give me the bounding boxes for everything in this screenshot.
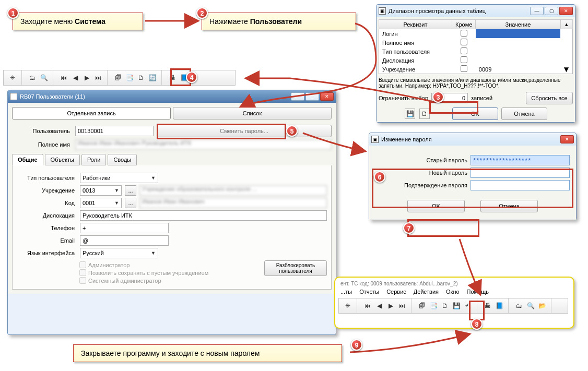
reset-all-button[interactable]: Сбросить все <box>526 92 573 104</box>
phone-input[interactable] <box>80 223 169 233</box>
minimize-button[interactable]: — <box>291 92 304 101</box>
minimize-button[interactable]: — <box>530 7 544 15</box>
book-icon: ▣ <box>10 93 17 100</box>
toolbar-icon[interactable]: 🗂 <box>27 73 38 83</box>
tab-roles[interactable]: Роли <box>81 154 106 165</box>
range-dialog-titlebar[interactable]: ▣ Диапазон просмотра данных таблиц — ▢ ✕ <box>377 5 575 17</box>
callout-1-text: Заходите меню <box>20 17 75 26</box>
marker-3: 3 <box>432 91 444 103</box>
range-row-fullname[interactable]: Полное имя <box>379 38 573 47</box>
col-requisite[interactable]: Реквизит <box>379 20 452 29</box>
users-titlebar[interactable]: ▣ RB07 Пользователи (11) — ▢ ✕ <box>8 90 336 103</box>
toolbar-icon[interactable]: ✳ <box>343 301 353 311</box>
toolbar-icon[interactable]: 🗋 <box>440 301 450 311</box>
lang-combo[interactable]: Русский▼ <box>80 248 158 258</box>
toolbar-icon[interactable]: 🔍 <box>525 301 536 311</box>
marker-2: 2 <box>196 7 208 19</box>
toolbar-icon[interactable]: 📑 <box>428 301 439 311</box>
code-combo[interactable]: 0001▼ <box>80 198 122 208</box>
menu-item[interactable]: Окно <box>446 289 460 295</box>
nav-prev-icon[interactable]: ◀ <box>70 73 80 83</box>
range-row-login[interactable]: Логин <box>379 29 573 39</box>
except-checkbox[interactable] <box>461 65 467 72</box>
toolbar-icon[interactable]: 🗂 <box>514 301 524 311</box>
range-row-institution[interactable]: Учреждение 0009 ⯆ <box>379 65 573 74</box>
book-icon: ▣ <box>371 136 379 143</box>
marker-7: 7 <box>403 222 415 234</box>
menu-item[interactable]: Сервис <box>386 289 406 295</box>
institution-browse-button[interactable]: ... <box>125 185 136 196</box>
tab-reports[interactable]: Своды <box>108 154 137 165</box>
usertype-combo[interactable]: Работники▼ <box>80 173 158 183</box>
toolbar-refresh-icon[interactable]: 🔄 <box>147 73 158 83</box>
toolbar-icon[interactable]: 🗋 <box>136 73 146 83</box>
admin-checkbox[interactable] <box>79 261 86 268</box>
toolbar-icon[interactable]: ✳ <box>7 73 18 83</box>
toolbar-icon[interactable]: 🗐 <box>417 301 427 311</box>
nav-next-icon[interactable]: ▶ <box>385 301 396 311</box>
range-row-usertype[interactable]: Тип пользователя <box>379 47 573 56</box>
range-cell: Логин <box>379 29 452 39</box>
sysadmin-checkbox[interactable] <box>79 277 86 284</box>
allowempty-checkbox[interactable] <box>79 269 86 276</box>
maximize-button[interactable]: ▢ <box>545 7 558 15</box>
menu-item[interactable]: ...ты <box>340 289 352 295</box>
nav-last-icon[interactable]: ⏭ <box>397 301 407 311</box>
email-input[interactable] <box>80 235 169 246</box>
col-value[interactable]: Значение <box>476 20 560 29</box>
col-except[interactable]: Кроме <box>452 20 476 29</box>
user-input[interactable] <box>75 126 154 136</box>
except-checkbox[interactable] <box>461 56 467 63</box>
menu-item[interactable]: Помощь <box>467 289 489 295</box>
nav-last-icon[interactable]: ⏭ <box>93 73 103 83</box>
range-value[interactable] <box>476 29 560 39</box>
save-filter-icon[interactable]: 💾 <box>405 109 415 119</box>
toolbar-icon[interactable]: 🗐 <box>113 73 123 83</box>
menu-item[interactable]: Отчеты <box>359 289 379 295</box>
code-browse-button[interactable]: ... <box>125 198 136 208</box>
single-record-button[interactable]: Отдельная запись <box>12 107 171 119</box>
password-titlebar[interactable]: ▣ Изменение пароля ✕ <box>369 133 576 146</box>
range-cancel-button[interactable]: Отмена <box>501 107 547 120</box>
range-row-location[interactable]: Дислокация <box>379 56 573 65</box>
open-filter-icon[interactable]: 🗋 <box>419 109 430 119</box>
range-dialog-title: Диапазон просмотра данных таблиц <box>389 8 486 14</box>
toolbar-icon[interactable]: 📘 <box>494 301 504 311</box>
old-password-input[interactable] <box>471 155 570 165</box>
range-value[interactable] <box>476 47 560 56</box>
range-hint: Введите символьные значения и/или диапаз… <box>379 77 573 89</box>
save-icon[interactable]: 💾 <box>451 301 462 311</box>
location-label: Дислокация <box>17 212 77 219</box>
callout-9-text: Закрываете программу и заходите с новым … <box>81 349 260 357</box>
nav-first-icon[interactable]: ⏮ <box>362 301 373 311</box>
unlock-user-button[interactable]: Разблокировать пользователя <box>264 260 327 276</box>
list-button[interactable]: Список <box>173 107 332 119</box>
range-value[interactable]: 0009 <box>476 65 560 74</box>
book-icon: ▣ <box>379 7 386 15</box>
toolbar-icon[interactable]: 📑 <box>124 73 135 83</box>
limit-label: Ограничить выбор <box>379 95 428 101</box>
nav-first-icon[interactable]: ⏮ <box>58 73 69 83</box>
maximize-button[interactable]: ▢ <box>305 92 319 101</box>
location-input[interactable] <box>80 210 327 221</box>
callout-2: Нажимаете Пользователи <box>202 13 356 30</box>
col-scroll: ▴ <box>560 20 573 29</box>
range-value[interactable] <box>476 56 560 65</box>
close-button[interactable]: ✕ <box>320 92 334 101</box>
close-button[interactable]: ✕ <box>559 7 573 15</box>
menu-item[interactable]: Действия <box>414 289 439 295</box>
except-checkbox[interactable] <box>461 39 467 45</box>
close-button[interactable]: ✕ <box>560 135 574 143</box>
except-checkbox[interactable] <box>461 47 467 54</box>
nav-next-icon[interactable]: ▶ <box>81 73 92 83</box>
nav-prev-icon[interactable]: ◀ <box>374 301 384 311</box>
fullname-input[interactable]: Иванов Иван Иванович Руководитель ИТК <box>75 139 332 150</box>
institution-combo[interactable]: 0013▼ <box>80 185 122 196</box>
toolbar-icon[interactable]: 📂 <box>537 301 547 311</box>
tab-common[interactable]: Общие <box>12 154 43 165</box>
tab-objects[interactable]: Объекты <box>45 154 80 165</box>
save-toolbar-panel: ент. ТС код: 0009 пользователь: Abdul...… <box>334 277 574 329</box>
range-value[interactable] <box>476 38 560 47</box>
except-checkbox[interactable] <box>461 30 467 37</box>
toolbar-icon[interactable]: 🔍 <box>39 73 49 83</box>
